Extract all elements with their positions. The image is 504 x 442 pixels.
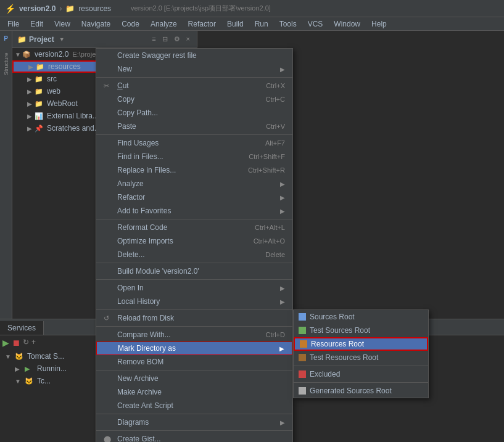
menu-item-window[interactable]: Window	[329, 18, 365, 30]
breadcrumb: resources	[78, 4, 111, 13]
services-restart-btn[interactable]: ↻	[23, 338, 29, 348]
ctx-sep4	[96, 263, 292, 263]
ctx-analyze[interactable]: Analyze ▶	[96, 177, 292, 190]
ctx-replace-in-files[interactable]: Replace in Files... Ctrl+Shift+R	[96, 163, 292, 177]
ctx-sep3	[96, 219, 292, 219]
submenu-excluded[interactable]: Excluded	[294, 367, 428, 381]
test-sources-root-label: Test Sources Root	[310, 326, 370, 335]
ctx-copy[interactable]: Copy Ctrl+C	[96, 92, 292, 106]
panel-ctrl-2[interactable]: ⊟	[160, 35, 170, 44]
menu-item-view[interactable]: View	[49, 18, 75, 30]
panel-controls: ≡ ⊟ ⚙ ×	[150, 35, 192, 44]
ctx-open-in[interactable]: Open In ▶	[96, 281, 292, 295]
project-tab-icon[interactable]: P	[1, 33, 11, 43]
ctx-mark-directory-as[interactable]: Mark Directory as ▶	[96, 342, 292, 355]
excluded-icon	[299, 370, 306, 378]
ctx-sep9	[96, 414, 292, 414]
menu-item-edit[interactable]: Edit	[25, 18, 48, 30]
ctx-paste[interactable]: Paste Ctrl+V	[96, 120, 292, 133]
ctx-diagrams[interactable]: Diagrams ▶	[96, 415, 292, 429]
menu-item-navigate[interactable]: Navigate	[76, 18, 115, 30]
extlibs-label: External Libra...	[47, 112, 99, 120]
ctx-reformat-code[interactable]: Reformat Code Ctrl+Alt+L	[96, 221, 292, 234]
menu-item-vcs[interactable]: VCS	[303, 18, 328, 30]
ctx-reload-from-disk[interactable]: ↺ Reload from Disk	[96, 311, 292, 325]
project-panel-title: Project	[29, 35, 54, 44]
panel-dropdown-icon[interactable]: ▼	[59, 36, 65, 43]
context-menu: Create Swagger rest file New ▶ ✂ Cut Ctr…	[96, 48, 293, 442]
ctx-sep7	[96, 326, 292, 327]
ctx-remove-bom[interactable]: Remove BOM	[96, 355, 292, 369]
app-title: version2.0	[19, 4, 56, 13]
breadcrumb-sep: ›	[59, 4, 62, 13]
ctx-new[interactable]: New ▶	[96, 62, 292, 76]
ctx-cut[interactable]: ✂ Cut Ctrl+X	[96, 79, 292, 92]
ctx-make-archive[interactable]: Make Archive	[96, 385, 292, 399]
ctx-add-to-favorites[interactable]: Add to Favorites ▶	[96, 204, 292, 218]
mark-directory-submenu: Sources Root Test Sources Root Resources…	[293, 309, 429, 398]
menu-item-code[interactable]: Code	[117, 18, 144, 30]
ctx-create-gist[interactable]: ⬤ Create Gist...	[96, 432, 292, 442]
scratches-label: Scratches and...	[47, 124, 101, 133]
menu-item-tools[interactable]: Tools	[275, 18, 302, 30]
ctx-build-module[interactable]: Build Module 'version2.0'	[96, 264, 292, 278]
panel-close-btn[interactable]: ×	[184, 35, 192, 44]
services-stop-btn[interactable]: ⏹	[12, 338, 20, 348]
services-run-btn[interactable]: ▶	[2, 338, 9, 348]
ctx-cut-icon: ✂	[104, 82, 114, 90]
ctx-new-archive[interactable]: New Archive	[96, 372, 292, 385]
webroot-label: WebRoot	[47, 99, 78, 108]
submenu-resources-root[interactable]: Resources Root	[294, 337, 428, 351]
ctx-create-swagger[interactable]: Create Swagger rest file	[96, 49, 292, 62]
ctx-find-usages[interactable]: Find Usages Alt+F7	[96, 136, 292, 150]
test-sources-root-icon	[299, 327, 306, 334]
extlibs-arrow: ▶	[27, 113, 35, 120]
menu-item-analyze[interactable]: Analyze	[146, 18, 182, 30]
test-resources-root-label: Test Resources Root	[310, 353, 378, 362]
submenu-sources-root[interactable]: Sources Root	[294, 310, 428, 324]
root-arrow: ▼	[15, 51, 22, 58]
extlibs-icon: 📊	[35, 112, 44, 120]
ctx-find-in-files[interactable]: Find in Files... Ctrl+Shift+F	[96, 150, 292, 163]
ctx-sep5	[96, 279, 292, 280]
tomcat-group-arrow: ▼	[5, 353, 12, 360]
submenu-generated-sources-root[interactable]: Generated Sources Root	[294, 384, 428, 398]
resources-root-label: Resources Root	[311, 340, 364, 348]
services-tab[interactable]: Services	[0, 321, 44, 335]
ctx-compare-with[interactable]: Compare With... Ctrl+D	[96, 328, 292, 342]
root-label: version2.0	[35, 50, 68, 59]
sources-root-label: Sources Root	[310, 313, 355, 321]
ctx-copy-path[interactable]: Copy Path...	[96, 106, 292, 120]
menu-item-refactor[interactable]: Refactor	[183, 18, 221, 30]
submenu-test-sources-root[interactable]: Test Sources Root	[294, 324, 428, 337]
menu-item-file[interactable]: File	[2, 18, 24, 30]
webroot-folder-icon: 📁	[35, 100, 44, 108]
tc-label: Tc...	[37, 377, 51, 385]
structure-tab-icon[interactable]: Structure	[1, 46, 11, 83]
panel-ctrl-1[interactable]: ≡	[150, 35, 157, 44]
tc-icon: 🐱	[25, 377, 35, 385]
panel-settings-btn[interactable]: ⚙	[172, 35, 182, 44]
web-arrow: ▶	[27, 88, 35, 95]
src-label: src	[47, 75, 57, 83]
tc-arrow: ▼	[15, 378, 22, 385]
ctx-delete[interactable]: Delete... Delete	[96, 248, 292, 261]
excluded-label: Excluded	[310, 370, 340, 379]
src-arrow: ▶	[27, 76, 35, 83]
title-bar-left: ⚡ version2.0 › 📁 resources version2.0 [E…	[5, 4, 271, 14]
menu-item-help[interactable]: Help	[366, 18, 392, 30]
ctx-refactor[interactable]: Refactor ▶	[96, 190, 292, 204]
menu-item-build[interactable]: Build	[222, 18, 249, 30]
resources-label: resources	[48, 62, 81, 71]
ctx-local-history[interactable]: Local History ▶	[96, 295, 292, 308]
services-plus-btn[interactable]: +	[31, 338, 36, 348]
submenu-test-resources-root[interactable]: Test Resources Root	[294, 351, 428, 364]
menu-item-run[interactable]: Run	[250, 18, 273, 30]
resources-root-icon	[300, 340, 307, 348]
ctx-gist-icon: ⬤	[104, 435, 114, 443]
ctx-sep10	[96, 430, 292, 431]
ctx-optimize-imports[interactable]: Optimize Imports Ctrl+Alt+O	[96, 234, 292, 248]
tomcat-group-label: Tomcat S...	[27, 352, 64, 361]
running-arrow: ▶	[15, 366, 22, 372]
ctx-create-ant-script[interactable]: Create Ant Script	[96, 399, 292, 412]
